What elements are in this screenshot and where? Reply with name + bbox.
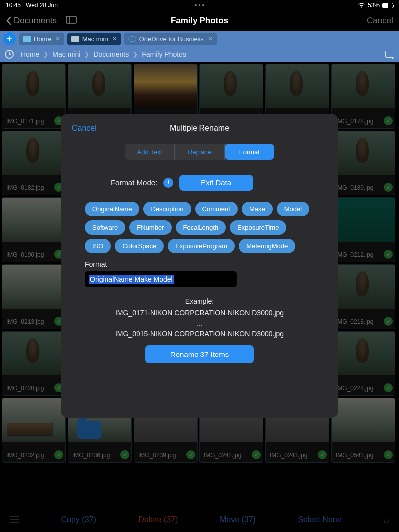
breadcrumb-item[interactable]: Home: [21, 50, 39, 58]
check-icon: ✓: [384, 183, 393, 192]
chip-description[interactable]: Description: [143, 202, 191, 216]
delete-button[interactable]: Delete (37): [138, 515, 178, 524]
tab-label: Home: [34, 35, 51, 43]
format-mode-button[interactable]: Exif Data: [179, 175, 253, 191]
chip-meteringmode[interactable]: MeteringMode: [239, 239, 295, 253]
home-icon[interactable]: ⌂: [384, 515, 389, 525]
tab-label: OneDrive for Business: [139, 35, 204, 43]
check-icon: ✓: [318, 450, 327, 459]
selection-stack-icon[interactable]: [7, 423, 49, 437]
photo-thumbnail[interactable]: IMG_0212.jpg✓: [331, 197, 395, 262]
chip-fnumber[interactable]: FNumber: [129, 220, 171, 235]
add-tab-button[interactable]: +: [3, 32, 16, 45]
photo-thumbnail[interactable]: IMG_0182.jpg✓: [2, 131, 66, 195]
format-field-label: Format: [85, 260, 314, 268]
chip-focallength[interactable]: FocalLength: [176, 220, 226, 235]
modal-cancel-button[interactable]: Cancel: [72, 124, 97, 133]
back-button[interactable]: Documents: [6, 16, 57, 26]
photo-thumbnail[interactable]: IMG_0220.jpg✓: [2, 331, 66, 396]
segment-format[interactable]: Format: [225, 144, 274, 160]
photo-thumbnail[interactable]: IMG_0218.jpg✓: [331, 264, 395, 329]
example-dots: ...: [61, 318, 338, 329]
chip-exposureprogram[interactable]: ExposureProgram: [168, 239, 235, 253]
bottom-toolbar: Copy (37) Delete (37) Move (37) Select N…: [0, 507, 399, 532]
display-icon[interactable]: [385, 51, 394, 58]
check-icon: ✓: [384, 450, 393, 459]
check-icon: ✓: [384, 383, 393, 392]
breadcrumb-item[interactable]: Family Photos: [142, 50, 186, 58]
example-line-2: IMG_0915-NIKON CORPORATION-NIKON D3000.j…: [61, 329, 338, 339]
wifi-icon: [358, 3, 365, 8]
tab-label: Mac mini: [82, 35, 108, 43]
status-bar: 10:45 Wed 28 Jun 53%: [0, 0, 399, 11]
tab-onedrive-for-business[interactable]: OneDrive for Business✕: [124, 33, 217, 45]
select-none-button[interactable]: Select None: [298, 515, 341, 524]
cancel-button[interactable]: Cancel: [367, 16, 393, 26]
chevron-right-icon: ❯: [133, 51, 138, 58]
nav-bar: Documents Family Photos Cancel: [0, 11, 399, 31]
segment-add-text[interactable]: Add Text: [125, 144, 175, 160]
check-icon: ✓: [384, 116, 393, 125]
chip-colorspace[interactable]: ColorSpace: [115, 239, 164, 253]
tab-icon: [23, 36, 31, 42]
format-input[interactable]: OriginalName Make Model: [85, 271, 237, 287]
tab-mac-mini[interactable]: Mac mini✕: [67, 33, 121, 45]
example-label: Example:: [61, 296, 338, 307]
history-icon[interactable]: [5, 50, 14, 59]
tab-icon: [128, 36, 136, 42]
exif-chips: OriginalNameDescriptionCommentMakeModelS…: [61, 202, 338, 253]
info-icon[interactable]: i: [163, 178, 173, 188]
segmented-control: Add Text Replace Format: [125, 144, 274, 160]
check-icon: ✓: [54, 450, 63, 459]
check-icon: ✓: [384, 317, 393, 326]
photo-thumbnail[interactable]: IMG_0189.jpg✓: [331, 131, 395, 195]
multitask-dots-icon[interactable]: [195, 4, 204, 6]
chip-make[interactable]: Make: [242, 202, 273, 216]
rename-button[interactable]: Rename 37 Items: [145, 345, 254, 363]
menu-icon[interactable]: [10, 516, 19, 523]
format-mode-label: Format Mode:: [111, 178, 157, 187]
photo-thumbnail[interactable]: IMG_0190.jpg✓: [2, 197, 66, 262]
close-icon[interactable]: ✕: [112, 35, 117, 42]
photo-thumbnail[interactable]: IMG_0171.jpg✓: [2, 64, 66, 129]
photo-thumbnail[interactable]: IMG_0178.jpg✓: [331, 64, 395, 129]
check-icon: ✓: [186, 450, 195, 459]
example-line-1: IMG_0171-NIKON CORPORATION-NIKON D3000.j…: [61, 308, 338, 318]
close-icon[interactable]: ✕: [208, 35, 213, 42]
chip-iso[interactable]: ISO: [85, 239, 111, 253]
rename-modal: Cancel Multiple Rename Add Text Replace …: [61, 114, 338, 418]
tab-home[interactable]: Home✕: [19, 33, 64, 45]
photo-thumbnail[interactable]: IMG_0543.jpg✓: [331, 398, 395, 463]
layout-toggle-icon[interactable]: [66, 16, 77, 26]
folder-icon[interactable]: [77, 421, 101, 439]
chip-originalname[interactable]: OriginalName: [85, 202, 139, 216]
close-icon[interactable]: ✕: [55, 35, 60, 42]
chevron-left-icon: [6, 16, 12, 25]
chevron-right-icon: ❯: [84, 51, 89, 58]
breadcrumb-item[interactable]: Mac mini: [52, 50, 80, 58]
check-icon: ✓: [252, 450, 261, 459]
check-icon: ✓: [384, 250, 393, 259]
chip-exposuretime[interactable]: ExposureTime: [230, 220, 286, 235]
chip-software[interactable]: Software: [85, 220, 125, 235]
tabs-bar: + Home✕Mac mini✕OneDrive for Business✕: [0, 31, 399, 47]
battery-icon: [382, 3, 393, 8]
chevron-right-icon: ❯: [43, 51, 48, 58]
breadcrumb-item[interactable]: Documents: [93, 50, 129, 58]
back-label: Documents: [14, 16, 57, 26]
copy-button[interactable]: Copy (37): [61, 515, 96, 524]
chip-comment[interactable]: Comment: [195, 202, 238, 216]
move-button[interactable]: Move (37): [220, 515, 256, 524]
breadcrumb: Home❯Mac mini❯Documents❯Family Photos: [0, 47, 399, 62]
segment-replace[interactable]: Replace: [175, 144, 224, 160]
chip-model[interactable]: Model: [277, 202, 309, 216]
example-section: Example: IMG_0171-NIKON CORPORATION-NIKO…: [61, 296, 338, 339]
photo-thumbnail[interactable]: IMG_0228.jpg✓: [331, 331, 395, 396]
svg-rect-0: [66, 16, 76, 23]
status-date: Wed 28 Jun: [26, 2, 58, 9]
check-icon: ✓: [120, 450, 129, 459]
format-value: OriginalName Make Model: [89, 275, 174, 284]
photo-thumbnail[interactable]: IMG_0213.jpg✓: [2, 264, 66, 329]
tab-icon: [71, 36, 79, 42]
modal-title: Multiple Rename: [170, 124, 229, 133]
